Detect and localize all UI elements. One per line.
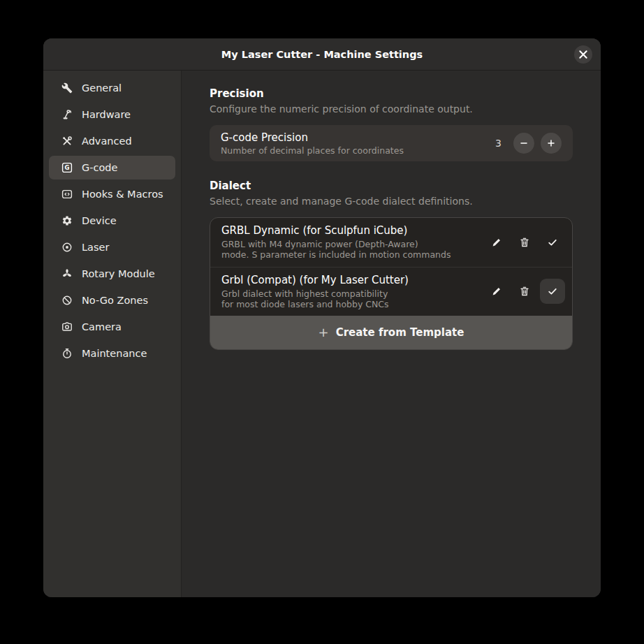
close-icon xyxy=(578,49,589,60)
sidebar-item-laser[interactable]: Laser xyxy=(49,235,175,259)
prohibited-icon xyxy=(61,295,73,306)
robot-arm-icon xyxy=(61,109,73,120)
desktop-background: My Laser Cutter - Machine Settings Gener… xyxy=(0,0,644,644)
plus-icon xyxy=(547,139,555,147)
create-from-template-button[interactable]: + Create from Template xyxy=(210,316,572,349)
dialect-subtitle-line1: Grbl dialect with highest compatibility xyxy=(221,288,409,299)
pencil-icon xyxy=(491,286,502,297)
laser-target-icon xyxy=(61,242,73,253)
precision-value: 3 xyxy=(495,138,502,149)
sidebar-item-hardware[interactable]: Hardware xyxy=(49,103,175,126)
sidebar-item-label: Advanced xyxy=(82,136,132,147)
select-dialect-button-active[interactable] xyxy=(540,279,565,304)
gcode-precision-subtitle: Number of decimal places for coordinates xyxy=(221,145,404,156)
sidebar-item-label: Hardware xyxy=(82,109,131,120)
sidebar-item-advanced[interactable]: Advanced xyxy=(49,129,175,153)
sidebar: General Hardware xyxy=(43,71,182,597)
sidebar-item-label: No-Go Zones xyxy=(82,295,148,306)
gear-icon xyxy=(61,215,73,226)
trash-icon xyxy=(519,237,530,248)
check-icon xyxy=(547,286,558,297)
edit-dialect-button[interactable] xyxy=(484,230,509,255)
sidebar-item-label: Maintenance xyxy=(82,348,147,359)
dialect-subtitle-line1: GRBL with M4 dynamic power (Depth-Aware) xyxy=(221,239,451,249)
gcode-precision-text: G-code Precision Number of decimal place… xyxy=(221,131,404,156)
gcode-precision-title: G-code Precision xyxy=(221,131,404,144)
precision-spinner: 3 xyxy=(495,133,562,154)
wrench-icon xyxy=(61,82,73,94)
svg-text:G: G xyxy=(65,164,70,171)
dialect-subtitle-line2: mode. S parameter is included in motion … xyxy=(221,249,451,260)
macro-code-icon xyxy=(61,189,73,200)
dialect-title: GRBL Dynamic (for Sculpfun iCube) xyxy=(221,224,451,237)
sidebar-item-camera[interactable]: Camera xyxy=(49,315,175,339)
titlebar: My Laser Cutter - Machine Settings xyxy=(43,38,601,71)
trash-icon xyxy=(519,286,530,297)
sidebar-item-label: Camera xyxy=(82,321,122,332)
dialect-subtitle-line2: for most diode lasers and hobby CNCs xyxy=(221,299,409,309)
edit-dialect-button[interactable] xyxy=(484,279,509,304)
create-from-template-label: Create from Template xyxy=(336,326,464,339)
sidebar-item-label: G-code xyxy=(82,162,117,173)
pencil-icon xyxy=(491,237,502,248)
gcode-precision-row: G-code Precision Number of decimal place… xyxy=(210,125,573,161)
sidebar-item-no-go-zones[interactable]: No-Go Zones xyxy=(49,288,175,312)
close-button[interactable] xyxy=(574,45,592,64)
window-title: My Laser Cutter - Machine Settings xyxy=(221,49,423,60)
sidebar-item-hooks-macros[interactable]: Hooks & Macros xyxy=(49,182,175,206)
sidebar-item-maintenance[interactable]: Maintenance xyxy=(49,342,175,365)
dialect-row-grbl-compat: Grbl (Compat) (for My Laser Cutter) Grbl… xyxy=(210,267,572,316)
dialect-text: Grbl (Compat) (for My Laser Cutter) Grbl… xyxy=(221,274,409,310)
dialect-description: Select, create and manage G-code dialect… xyxy=(210,196,573,207)
check-icon xyxy=(547,237,558,248)
sidebar-item-device[interactable]: Device xyxy=(49,209,175,233)
sidebar-item-label: Hooks & Macros xyxy=(82,189,163,200)
sidebar-item-gcode[interactable]: G G-code xyxy=(49,156,175,180)
precision-description: Configure the numeric precision of coord… xyxy=(210,103,573,115)
plus-icon: + xyxy=(319,326,329,339)
sidebar-item-general[interactable]: General xyxy=(49,76,175,100)
sidebar-item-label: Laser xyxy=(82,242,109,253)
precision-heading: Precision xyxy=(210,87,573,100)
dialect-row-grbl-dynamic: GRBL Dynamic (for Sculpfun iCube) GRBL w… xyxy=(210,218,572,267)
sidebar-item-label: Device xyxy=(82,215,117,226)
stopwatch-icon xyxy=(61,348,73,359)
sidebar-item-rotary-module[interactable]: Rotary Module xyxy=(49,262,175,286)
rotary-fan-icon xyxy=(61,268,73,279)
decrease-precision-button[interactable] xyxy=(513,133,534,154)
increase-precision-button[interactable] xyxy=(541,133,562,154)
dialect-actions xyxy=(484,230,565,255)
camera-icon xyxy=(61,321,73,332)
machine-settings-window: My Laser Cutter - Machine Settings Gener… xyxy=(43,38,601,597)
sidebar-item-label: Rotary Module xyxy=(82,268,155,279)
sidebar-item-label: General xyxy=(82,82,122,94)
app-body: General Hardware xyxy=(43,71,601,597)
dialect-heading: Dialect xyxy=(210,180,573,192)
gcode-badge-icon: G xyxy=(61,162,73,173)
dialect-text: GRBL Dynamic (for Sculpfun iCube) GRBL w… xyxy=(221,224,451,261)
dialect-actions xyxy=(484,279,565,304)
crossed-tools-icon xyxy=(61,136,73,147)
dialect-title: Grbl (Compat) (for My Laser Cutter) xyxy=(221,274,409,286)
delete-dialect-button[interactable] xyxy=(512,279,537,304)
select-dialect-button[interactable] xyxy=(540,230,565,255)
main-content: Precision Configure the numeric precisio… xyxy=(182,71,601,597)
delete-dialect-button[interactable] xyxy=(512,230,537,255)
minus-icon xyxy=(520,139,528,147)
dialect-list: GRBL Dynamic (for Sculpfun iCube) GRBL w… xyxy=(210,217,573,350)
